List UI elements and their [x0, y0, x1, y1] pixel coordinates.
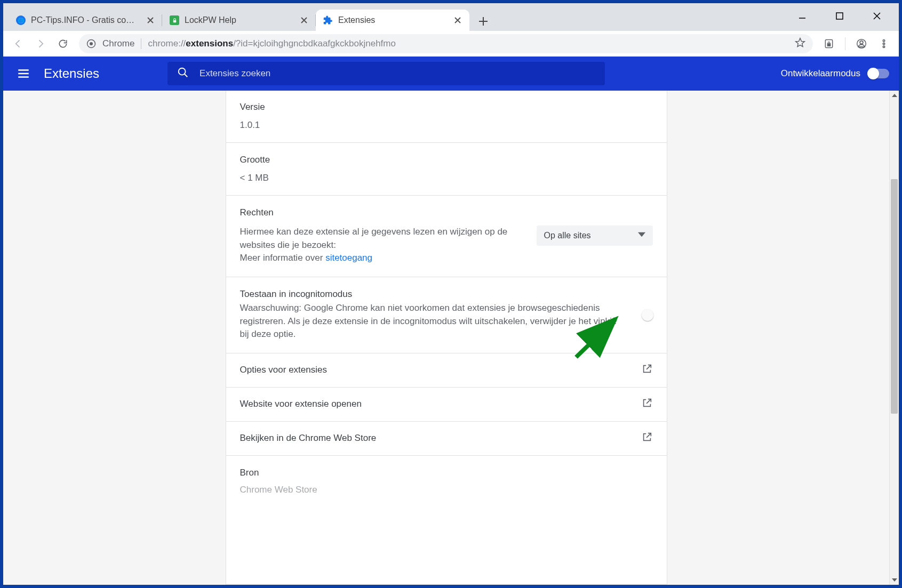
toolbar-separator [845, 37, 845, 50]
favicon-pctips: 🌐 [16, 15, 26, 25]
svg-point-8 [883, 40, 884, 42]
size-value: < 1 MB [240, 173, 653, 183]
source-label: Bron [240, 468, 653, 478]
favicon-lockpw [170, 15, 179, 25]
content-area: Versie 1.0.1 Grootte < 1 MB Rechten Hier… [3, 91, 899, 585]
section-size: Grootte < 1 MB [226, 143, 667, 196]
kebab-menu-icon[interactable] [874, 34, 893, 53]
bookmark-icon[interactable] [795, 37, 805, 51]
extension-icon [323, 15, 333, 25]
version-label: Versie [240, 102, 653, 112]
svg-point-3 [90, 42, 93, 45]
omnibox-url: chrome://extensions/?id=kjcloihghgncbdka… [148, 38, 788, 49]
browser-toolbar: Chrome chrome://extensions/?id=kjcloihgh… [3, 31, 899, 57]
tab-lockpw[interactable]: LockPW Help [162, 10, 316, 31]
open-external-icon [641, 363, 653, 377]
scroll-up-button[interactable] [890, 91, 899, 100]
close-window-button[interactable] [865, 7, 889, 25]
incognito-toggle[interactable] [642, 310, 652, 320]
version-value: 1.0.1 [240, 120, 653, 131]
tab-strip: 🌐 PC-Tips.INFO - Gratis computer t LockP… [3, 3, 899, 31]
devmode-toggle[interactable] [868, 69, 889, 78]
svg-point-9 [883, 43, 884, 44]
reload-button[interactable] [53, 34, 73, 53]
tab-title: Extensies [338, 15, 447, 25]
open-external-icon [641, 397, 653, 412]
tab-title: LockPW Help [185, 15, 293, 25]
profile-icon[interactable] [852, 34, 871, 53]
svg-rect-0 [173, 20, 176, 22]
section-permissions: Rechten Hiermee kan deze extensie al je … [226, 196, 667, 277]
svg-rect-1 [836, 13, 843, 19]
devmode-label: Ontwikkelaarmodus [781, 68, 860, 79]
close-icon[interactable] [299, 15, 309, 26]
scroll-thumb[interactable] [891, 179, 898, 414]
incognito-label: Toestaan in incognitomodus [240, 289, 627, 300]
maximize-button[interactable] [827, 7, 852, 25]
site-access-select[interactable]: Op alle sites [537, 225, 653, 246]
permissions-text: Hiermee kan deze extensie al je gegevens… [240, 225, 521, 265]
permissions-label: Rechten [240, 207, 653, 218]
search-input[interactable] [198, 68, 595, 79]
svg-point-10 [883, 46, 884, 47]
incognito-warning: Waarschuwing: Google Chrome kan niet voo… [240, 302, 627, 341]
link-view-store[interactable]: Bekijken in de Chrome Web Store [226, 422, 667, 456]
back-button[interactable] [9, 34, 28, 53]
chevron-down-icon [638, 231, 645, 240]
extension-detail-panel: Versie 1.0.1 Grootte < 1 MB Rechten Hier… [226, 91, 667, 585]
svg-rect-5 [828, 44, 831, 46]
link-open-website[interactable]: Website voor extensie openen [226, 388, 667, 422]
close-icon[interactable] [145, 15, 156, 26]
extensions-header: Extensies Ontwikkelaarmodus [3, 57, 899, 91]
omnibox-divider [141, 38, 141, 49]
tab-pctips[interactable]: 🌐 PC-Tips.INFO - Gratis computer t [9, 10, 162, 31]
section-version: Versie 1.0.1 [226, 91, 667, 143]
new-tab-button[interactable] [474, 12, 493, 31]
scroll-down-button[interactable] [890, 575, 899, 585]
svg-point-11 [179, 68, 186, 75]
site-access-value: Op alle sites [544, 231, 591, 240]
address-bar[interactable]: Chrome chrome://extensions/?id=kjcloihgh… [79, 34, 813, 53]
size-label: Grootte [240, 155, 653, 165]
search-icon [177, 67, 189, 80]
tab-extensies[interactable]: Extensies [316, 10, 469, 31]
search-extensions[interactable] [167, 62, 605, 85]
open-external-icon [641, 431, 653, 446]
site-access-link[interactable]: sitetoegang [325, 253, 372, 263]
page-title: Extensies [44, 66, 99, 81]
vertical-scrollbar[interactable] [889, 91, 899, 585]
svg-point-7 [860, 41, 863, 44]
site-lock-icon[interactable] [819, 34, 839, 53]
tab-title: PC-Tips.INFO - Gratis computer t [31, 15, 140, 25]
hamburger-menu-icon[interactable] [13, 63, 34, 84]
close-icon[interactable] [452, 15, 463, 26]
link-extension-options[interactable]: Opties voor extensies [226, 353, 667, 388]
omnibox-chrome-label: Chrome [102, 38, 134, 49]
chrome-icon [86, 39, 96, 49]
source-value: Chrome Web Store [240, 485, 653, 495]
section-incognito: Toestaan in incognitomodus Waarschuwing:… [226, 277, 667, 353]
minimize-button[interactable] [790, 7, 815, 25]
section-source: Bron Chrome Web Store [226, 456, 667, 497]
forward-button[interactable] [31, 34, 50, 53]
chrome-window: 🌐 PC-Tips.INFO - Gratis computer t LockP… [0, 0, 902, 588]
